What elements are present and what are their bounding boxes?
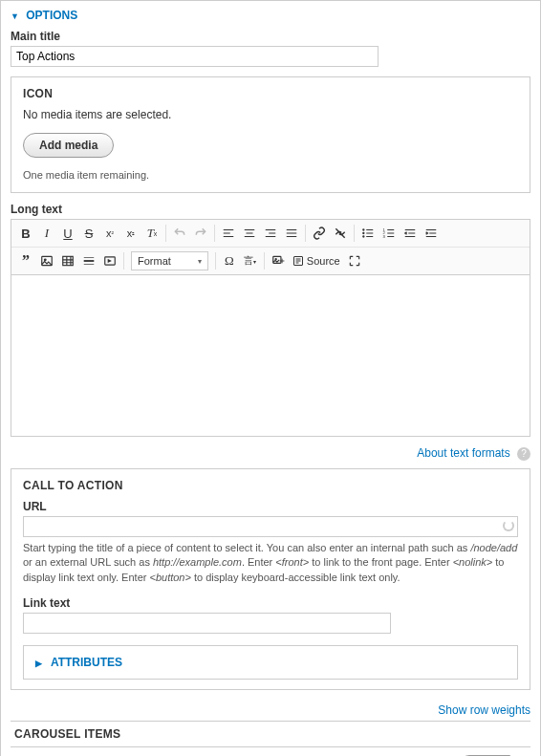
subscript-icon[interactable]: x₂ xyxy=(120,223,141,244)
svg-point-11 xyxy=(275,259,276,260)
source-label: Source xyxy=(307,255,340,267)
carousel-items-header: CAROUSEL ITEMS xyxy=(11,721,530,747)
indent-icon[interactable] xyxy=(421,223,442,244)
chevron-down-icon: ▾ xyxy=(198,257,202,266)
superscript-icon[interactable]: x² xyxy=(99,223,120,244)
show-row-weights-link[interactable]: Show row weights xyxy=(438,703,530,717)
svg-point-0 xyxy=(363,229,364,230)
svg-point-7 xyxy=(44,259,46,261)
media-browser-icon[interactable] xyxy=(268,250,289,271)
svg-point-2 xyxy=(363,236,364,237)
main-title-input[interactable] xyxy=(11,46,379,67)
number-list-icon[interactable]: 123 xyxy=(379,223,400,244)
undo-icon[interactable] xyxy=(169,223,190,244)
underline-icon[interactable]: U xyxy=(57,223,78,244)
align-right-icon[interactable] xyxy=(260,223,281,244)
blockquote-icon[interactable]: ” xyxy=(15,250,36,271)
attributes-label: ATTRIBUTES xyxy=(51,656,122,669)
icon-legend: ICON xyxy=(23,87,518,100)
svg-rect-8 xyxy=(63,256,74,265)
remove-format-icon[interactable]: Tx xyxy=(141,223,162,244)
table-icon[interactable] xyxy=(57,250,78,271)
align-center-icon[interactable] xyxy=(239,223,260,244)
add-media-button[interactable]: Add media xyxy=(23,133,114,158)
embed-icon[interactable] xyxy=(99,250,120,271)
align-justify-icon[interactable] xyxy=(281,223,302,244)
cta-fieldset: CALL TO ACTION URL Start typing the titl… xyxy=(11,468,530,690)
url-label: URL xyxy=(23,500,518,513)
icon-fieldset: ICON No media items are selected. Add me… xyxy=(11,76,530,193)
align-left-icon[interactable] xyxy=(218,223,239,244)
help-icon[interactable]: ? xyxy=(517,447,530,461)
loading-spinner-icon xyxy=(503,520,514,531)
url-help-text: Start typing the title of a piece of con… xyxy=(23,541,518,585)
triangle-down-icon: ▼ xyxy=(11,11,19,21)
about-formats-link[interactable]: About text formats xyxy=(417,446,509,460)
outdent-icon[interactable] xyxy=(400,223,421,244)
cta-legend: CALL TO ACTION xyxy=(23,479,518,492)
link-text-input[interactable] xyxy=(23,613,391,634)
format-label: Format xyxy=(138,255,171,267)
editor-toolbar: B I U S x² x₂ Tx 123 xyxy=(11,219,530,274)
svg-text:3: 3 xyxy=(383,234,386,239)
redo-icon[interactable] xyxy=(190,223,211,244)
italic-icon[interactable]: I xyxy=(36,223,57,244)
icon-remaining-text: One media item remaining. xyxy=(23,169,518,181)
bullet-list-icon[interactable] xyxy=(357,223,379,244)
options-toggle[interactable]: ▼ OPTIONS xyxy=(11,9,530,22)
format-select[interactable]: Format ▾ xyxy=(131,251,208,270)
main-title-label: Main title xyxy=(11,30,530,43)
source-button[interactable]: Source xyxy=(289,255,344,267)
strike-icon[interactable]: S xyxy=(78,223,99,244)
carousel-item-row: ✥ Carousel item Download specs, d_demo_i… xyxy=(11,747,530,756)
bold-icon[interactable]: B xyxy=(15,223,36,244)
maximize-icon[interactable] xyxy=(344,250,365,271)
link-icon[interactable] xyxy=(309,223,330,244)
triangle-right-icon: ▶ xyxy=(35,659,42,668)
long-text-label: Long text xyxy=(11,203,530,216)
options-label: OPTIONS xyxy=(26,9,77,22)
unlink-icon[interactable] xyxy=(330,223,351,244)
special-char-icon[interactable]: Ω xyxy=(219,250,240,271)
svg-point-1 xyxy=(363,232,364,233)
language-icon[interactable]: 言▾ xyxy=(240,250,261,271)
image-icon[interactable] xyxy=(36,250,57,271)
attributes-toggle[interactable]: ▶ ATTRIBUTES xyxy=(23,645,518,680)
editor-textarea[interactable] xyxy=(11,274,530,437)
icon-empty-message: No media items are selected. xyxy=(23,108,518,121)
url-input[interactable] xyxy=(23,516,518,537)
link-text-label: Link text xyxy=(23,596,518,610)
hr-icon[interactable] xyxy=(78,250,99,271)
